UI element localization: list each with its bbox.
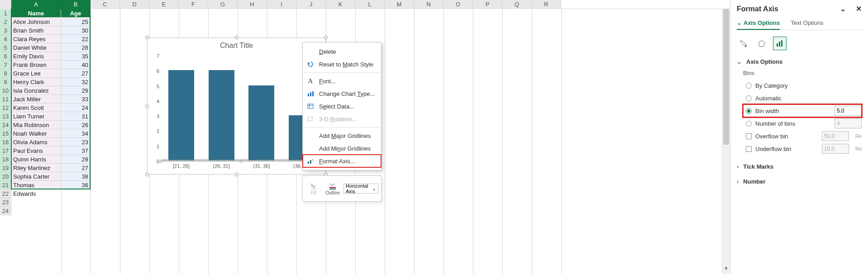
x-category-label[interactable]: (26, 31] bbox=[201, 163, 242, 169]
cell-age[interactable]: 37 bbox=[61, 146, 91, 155]
cell-name[interactable]: Karen Scott bbox=[11, 104, 61, 112]
menu-item-change-chart-type[interactable]: Change Chart Type... bbox=[303, 87, 381, 100]
cell-age[interactable]: 34 bbox=[61, 129, 91, 138]
chart-element-dropdown[interactable]: Horizontal Axis ⌄ bbox=[343, 184, 378, 194]
chart-resize-handle[interactable] bbox=[235, 173, 238, 176]
section-tick-marks[interactable]: Tick Marks bbox=[737, 163, 862, 170]
axis-selection-handle[interactable] bbox=[240, 160, 243, 163]
cell-age[interactable]: 24 bbox=[61, 104, 91, 112]
reset-button[interactable]: Re bbox=[855, 133, 862, 139]
row-header-1[interactable]: 1 bbox=[0, 9, 11, 18]
section-number[interactable]: Number bbox=[737, 178, 862, 185]
row-header-18[interactable]: 18 bbox=[0, 155, 11, 164]
x-category-label[interactable]: [21, 26] bbox=[161, 163, 201, 169]
row-header-12[interactable]: 12 bbox=[0, 104, 11, 112]
cell-name[interactable]: Quinn Harris bbox=[11, 155, 61, 164]
cell-age[interactable]: 32 bbox=[61, 78, 91, 86]
menu-item-reset-to-match-style[interactable]: Reset to Match Style bbox=[303, 58, 381, 71]
outline-button[interactable]: Outline bbox=[324, 182, 341, 195]
section-axis-options[interactable]: Axis Options bbox=[737, 58, 862, 65]
cell-age[interactable]: 23 bbox=[61, 138, 91, 146]
histogram-bar[interactable] bbox=[168, 70, 194, 161]
panel-collapse-icon[interactable]: ⌄ bbox=[840, 5, 846, 13]
row-header-21[interactable]: 21 bbox=[0, 181, 11, 189]
cell-name[interactable]: Olivia Adams bbox=[11, 138, 61, 146]
row-header-15[interactable]: 15 bbox=[0, 129, 11, 138]
option-bin-width[interactable]: Bin width bbox=[743, 104, 862, 117]
effects-icon[interactable] bbox=[755, 37, 768, 50]
cell-name[interactable]: Frank Brown bbox=[11, 61, 61, 69]
row-header-23[interactable]: 23 bbox=[0, 198, 11, 207]
row-header-13[interactable]: 13 bbox=[0, 112, 11, 121]
cell-name[interactable]: Henry Clark bbox=[11, 78, 61, 86]
cell-name[interactable]: Sophia Carter bbox=[11, 172, 61, 181]
menu-item-select-data[interactable]: Select Data... bbox=[303, 100, 381, 113]
option-automatic[interactable]: Automatic bbox=[746, 92, 862, 104]
row-header-19[interactable]: 19 bbox=[0, 164, 11, 172]
row-header-11[interactable]: 11 bbox=[0, 95, 11, 104]
cell-name[interactable]: Paul Evans bbox=[11, 146, 61, 155]
cell-age[interactable]: 27 bbox=[61, 164, 91, 172]
cell-name[interactable]: Daniel White bbox=[11, 43, 61, 52]
cell-age[interactable]: 26 bbox=[61, 121, 91, 129]
histogram-bar[interactable] bbox=[209, 70, 234, 161]
row-header-9[interactable]: 9 bbox=[0, 78, 11, 86]
cell-age[interactable]: 27 bbox=[61, 69, 91, 78]
cell-name[interactable]: Isla Gonzalez bbox=[11, 86, 61, 95]
cell-name[interactable]: Clara Reyes bbox=[11, 35, 61, 43]
menu-item-font[interactable]: AFont... bbox=[303, 75, 381, 87]
option-underflow-bin[interactable]: Underflow bin Re bbox=[746, 142, 862, 155]
cell-name[interactable]: Liam Turner bbox=[11, 112, 61, 121]
cell-age[interactable]: 31 bbox=[61, 112, 91, 121]
cell-age[interactable]: 40 bbox=[61, 61, 91, 69]
header-cell-B[interactable]: Age bbox=[61, 9, 91, 18]
cell-age[interactable]: 33 bbox=[61, 95, 91, 104]
row-header-10[interactable]: 10 bbox=[0, 86, 11, 95]
cell-age[interactable]: 22 bbox=[61, 35, 91, 43]
cell-name[interactable]: Riley Martinez bbox=[11, 164, 61, 172]
cell-name[interactable]: Mia Robinson bbox=[11, 121, 61, 129]
chart-resize-handle[interactable] bbox=[145, 104, 149, 108]
menu-item-add-minor-gridlines[interactable]: Add Minor Gridlines bbox=[303, 142, 381, 155]
reset-button[interactable]: Re bbox=[855, 146, 862, 151]
row-header-20[interactable]: 20 bbox=[0, 172, 11, 181]
cell-name[interactable]: Brian Smith bbox=[11, 26, 61, 35]
row-header-24[interactable]: 24 bbox=[0, 207, 11, 215]
cell-age[interactable]: 30 bbox=[61, 26, 91, 35]
chart-plot-area[interactable]: 01234567[21, 26](26, 31](31, 36](36, 41] bbox=[161, 56, 321, 161]
chart-title[interactable]: Chart Title bbox=[148, 42, 325, 50]
cell-name[interactable]: Grace Lee bbox=[11, 69, 61, 78]
option-number-of-bins[interactable]: Number of bins bbox=[746, 117, 862, 130]
header-cell-A[interactable]: Name bbox=[11, 9, 61, 18]
row-header-22[interactable]: 22 bbox=[0, 189, 11, 198]
cell-age[interactable]: 29 bbox=[61, 86, 91, 95]
cell-age[interactable]: 25 bbox=[61, 18, 91, 26]
fill-line-icon[interactable] bbox=[737, 37, 750, 50]
bin-width-input[interactable] bbox=[835, 106, 862, 116]
panel-close-icon[interactable]: ✕ bbox=[856, 5, 862, 13]
chart-resize-handle[interactable] bbox=[324, 36, 328, 39]
cell-name[interactable]: Thomas Edwards bbox=[11, 181, 61, 189]
menu-item-delete[interactable]: Delete bbox=[303, 45, 381, 58]
cell-name[interactable]: Emily Davis bbox=[11, 52, 61, 61]
row-header-2[interactable]: 2 bbox=[0, 18, 11, 26]
row-header-7[interactable]: 7 bbox=[0, 61, 11, 69]
menu-item-format-axis[interactable]: Format Axis... bbox=[303, 155, 381, 167]
row-header-6[interactable]: 6 bbox=[0, 52, 11, 61]
option-by-category[interactable]: By Category bbox=[746, 79, 862, 92]
row-header-8[interactable]: 8 bbox=[0, 69, 11, 78]
row-header-4[interactable]: 4 bbox=[0, 35, 11, 43]
chart-resize-handle[interactable] bbox=[145, 173, 149, 176]
cell-name[interactable]: Noah Walker bbox=[11, 129, 61, 138]
tab-axis-options[interactable]: Axis Options bbox=[737, 19, 780, 30]
cell-age[interactable]: 36 bbox=[61, 181, 91, 189]
row-header-3[interactable]: 3 bbox=[0, 26, 11, 35]
axis-options-icon[interactable] bbox=[773, 37, 787, 50]
histogram-bar[interactable] bbox=[248, 85, 274, 161]
embedded-chart[interactable]: Chart Title 01234567[21, 26](26, 31](31,… bbox=[147, 38, 326, 175]
row-header-16[interactable]: 16 bbox=[0, 138, 11, 146]
cell-age[interactable]: 35 bbox=[61, 52, 91, 61]
menu-item-add-major-gridlines[interactable]: Add Major Gridlines bbox=[303, 129, 381, 142]
option-overflow-bin[interactable]: Overflow bin Re bbox=[746, 130, 862, 142]
chart-resize-handle[interactable] bbox=[145, 36, 149, 39]
